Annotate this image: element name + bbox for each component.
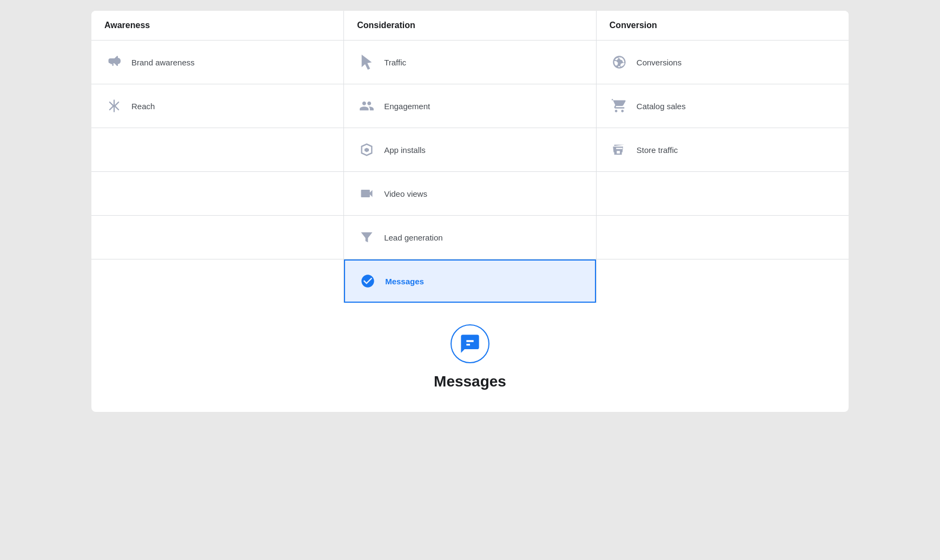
engagement-label: Engagement	[384, 102, 430, 111]
cursor-icon	[357, 52, 376, 72]
lead-generation-label: Lead generation	[384, 233, 442, 242]
table-row: Messages	[91, 259, 849, 303]
brand-awareness-cell[interactable]: Brand awareness	[91, 41, 344, 84]
traffic-item[interactable]: Traffic	[344, 41, 596, 84]
table-row: App installs Store traffic	[91, 128, 849, 172]
video-views-cell[interactable]: Video views	[344, 172, 597, 216]
consideration-header: Consideration	[344, 11, 597, 41]
messages-item[interactable]: Messages	[344, 259, 596, 303]
objectives-grid: Awareness Consideration Conversion	[91, 11, 849, 303]
catalog-sales-item[interactable]: Catalog sales	[597, 84, 849, 128]
catalog-sales-cell[interactable]: Catalog sales	[596, 84, 849, 128]
awareness-header: Awareness	[91, 11, 344, 41]
bottom-icon-circle	[451, 324, 489, 363]
engagement-cell[interactable]: Engagement	[344, 84, 597, 128]
megaphone-icon	[104, 52, 124, 72]
lead-generation-item[interactable]: Lead generation	[344, 216, 596, 259]
campaign-objective-selector: Awareness Consideration Conversion	[91, 11, 849, 412]
chat-bubble-icon	[459, 333, 481, 355]
app-installs-item[interactable]: App installs	[344, 128, 596, 171]
conversion-empty-3	[596, 259, 849, 303]
video-views-label: Video views	[384, 189, 427, 198]
conversions-label: Conversions	[637, 58, 681, 67]
reach-cell[interactable]: Reach	[91, 84, 344, 128]
engagement-item[interactable]: Engagement	[344, 84, 596, 128]
conversion-empty-1	[596, 172, 849, 216]
app-installs-label: App installs	[384, 145, 426, 155]
conversion-empty-2	[596, 216, 849, 259]
box-icon	[357, 140, 376, 159]
messages-cell[interactable]: Messages	[344, 259, 597, 303]
asterisk-icon	[104, 96, 124, 116]
brand-awareness-item[interactable]: Brand awareness	[91, 41, 343, 84]
store-traffic-item[interactable]: Store traffic	[597, 128, 849, 171]
cart-icon	[610, 96, 629, 116]
video-icon	[357, 184, 376, 203]
store-icon	[610, 140, 629, 159]
table-row: Lead generation	[91, 216, 849, 259]
people-icon	[357, 96, 376, 116]
table-row: Brand awareness Traffic	[91, 41, 849, 84]
filter-icon	[357, 228, 376, 247]
bottom-title: Messages	[434, 373, 506, 390]
awareness-empty-1	[91, 128, 344, 172]
traffic-label: Traffic	[384, 58, 406, 67]
app-installs-cell[interactable]: App installs	[344, 128, 597, 172]
check-circle-icon	[358, 271, 378, 291]
conversions-item[interactable]: Conversions	[597, 41, 849, 84]
conversion-header: Conversion	[596, 11, 849, 41]
brand-awareness-label: Brand awareness	[131, 58, 195, 67]
traffic-cell[interactable]: Traffic	[344, 41, 597, 84]
conversions-cell[interactable]: Conversions	[596, 41, 849, 84]
catalog-sales-label: Catalog sales	[637, 102, 686, 111]
store-traffic-cell[interactable]: Store traffic	[596, 128, 849, 172]
globe-icon	[610, 52, 629, 72]
lead-generation-cell[interactable]: Lead generation	[344, 216, 597, 259]
bottom-section: Messages	[91, 303, 849, 412]
messages-label: Messages	[385, 277, 424, 286]
store-traffic-label: Store traffic	[637, 145, 678, 155]
table-row: Video views	[91, 172, 849, 216]
video-views-item[interactable]: Video views	[344, 172, 596, 215]
awareness-empty-2	[91, 172, 344, 216]
reach-label: Reach	[131, 102, 155, 111]
reach-item[interactable]: Reach	[91, 84, 343, 128]
awareness-empty-4	[91, 259, 344, 303]
table-row: Reach Engagement	[91, 84, 849, 128]
awareness-empty-3	[91, 216, 344, 259]
